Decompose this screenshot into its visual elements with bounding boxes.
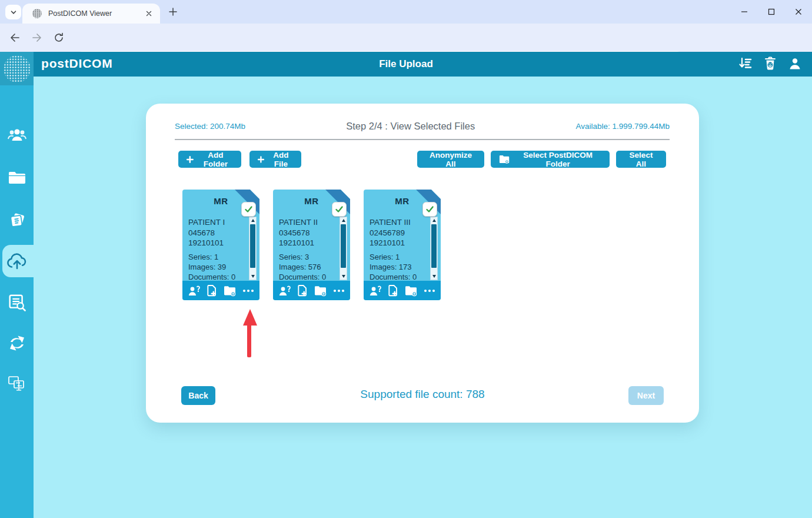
folder-icon — [8, 170, 26, 185]
select-postdicom-folder-button[interactable]: Select PostDICOM Folder — [491, 151, 610, 168]
minimize-button[interactable] — [731, 0, 758, 24]
add-folder-button[interactable]: Add Folder — [178, 151, 241, 168]
add-to-folder-icon[interactable] — [404, 285, 418, 297]
scroll-up-icon[interactable] — [340, 217, 347, 224]
sync-arrows-icon — [8, 334, 26, 352]
sidebar-item-query[interactable] — [0, 290, 34, 316]
scroll-up-icon[interactable] — [249, 217, 256, 224]
more-options-icon[interactable] — [424, 288, 435, 293]
study-date: 19210101 — [188, 238, 235, 248]
tab-close-button[interactable] — [144, 8, 154, 19]
patient-id: 0345678 — [279, 228, 326, 238]
patient-id: 02456789 — [370, 228, 417, 238]
reload-button[interactable] — [53, 32, 65, 44]
browser-tab[interactable]: PostDICOM Viewer — [22, 4, 160, 24]
back-button[interactable] — [9, 32, 21, 44]
card-actions — [273, 281, 350, 300]
card-actions — [182, 281, 259, 300]
window-controls — [731, 0, 812, 24]
sidebar-item-patients[interactable] — [0, 122, 34, 148]
anonymize-patient-icon[interactable] — [369, 285, 382, 297]
maximize-button[interactable] — [758, 0, 785, 24]
patient-name: PATIENT III — [370, 217, 417, 228]
patient-id: 045678 — [188, 228, 235, 238]
add-file-icon[interactable] — [387, 284, 399, 297]
dicom-file-card[interactable]: MR PATIENT II 0345678 19210101 Series: 3… — [273, 190, 350, 300]
user-account-icon[interactable] — [787, 56, 803, 71]
add-file-icon[interactable] — [206, 284, 218, 297]
patient-name: PATIENT II — [279, 217, 326, 228]
recycle-bin-icon[interactable] — [763, 56, 777, 71]
anonymize-all-button[interactable]: Anonymize All — [417, 151, 484, 168]
scrollbar-thumb[interactable] — [341, 224, 346, 268]
sidebar-item-folders[interactable] — [0, 165, 34, 191]
selected-check-badge[interactable] — [422, 202, 437, 217]
sidebar-item-upload[interactable] — [0, 248, 34, 274]
selected-check-badge[interactable] — [241, 202, 256, 217]
header-divider — [175, 139, 670, 140]
scroll-down-icon[interactable] — [340, 273, 347, 280]
people-group-icon — [7, 127, 27, 144]
plus-icon — [169, 8, 177, 16]
more-options-icon[interactable] — [242, 288, 254, 293]
add-file-icon[interactable] — [297, 284, 308, 297]
selected-check-badge[interactable] — [332, 202, 347, 217]
tab-search-button[interactable] — [5, 5, 21, 19]
back-arrow-icon — [9, 32, 21, 44]
check-icon — [335, 205, 344, 214]
close-window-button[interactable] — [785, 0, 812, 24]
folder-plus-icon — [499, 154, 510, 164]
annotation-arrow-shaft — [247, 324, 251, 357]
reload-icon — [53, 32, 65, 44]
sidebar-item-share-screens[interactable] — [0, 371, 34, 397]
add-to-folder-icon[interactable] — [314, 285, 328, 297]
images-count: Images: 576 — [279, 262, 326, 272]
sort-list-icon[interactable] — [738, 56, 753, 71]
dicom-file-card[interactable]: MR PATIENT I 045678 19210101 Series: 1 I… — [182, 190, 259, 300]
upload-panel: Selected: 200.74Mb Step 2/4 : View Selec… — [146, 104, 699, 423]
more-options-icon[interactable] — [333, 288, 345, 293]
tab-title: PostDICOM Viewer — [48, 9, 144, 18]
app-header: postDICOM File Upload — [0, 52, 812, 77]
card-scrollbar[interactable] — [430, 217, 438, 280]
close-icon — [146, 11, 152, 16]
maximize-icon — [768, 8, 775, 15]
plus-icon — [187, 155, 194, 164]
select-all-button[interactable]: Select All — [616, 151, 666, 168]
forward-button[interactable] — [31, 32, 43, 44]
new-tab-button[interactable] — [167, 6, 179, 18]
card-scrollbar[interactable] — [249, 217, 257, 280]
anonymize-patient-icon[interactable] — [278, 285, 291, 297]
sidebar-item-studies[interactable] — [0, 207, 34, 233]
plus-icon — [258, 155, 264, 164]
list-search-icon — [8, 293, 26, 312]
card-scrollbar[interactable] — [340, 217, 347, 280]
content-area: Selected: 200.74Mb Step 2/4 : View Selec… — [34, 77, 812, 518]
scrollbar-thumb[interactable] — [250, 224, 255, 268]
anonymize-patient-icon[interactable] — [188, 285, 201, 297]
scroll-down-icon[interactable] — [431, 273, 437, 280]
check-icon — [244, 205, 253, 214]
cloud-upload-icon — [6, 251, 28, 271]
postdicom-favicon-icon — [32, 9, 42, 18]
scroll-up-icon[interactable] — [431, 217, 437, 224]
study-date: 19210101 — [370, 238, 417, 248]
scrollbar-thumb[interactable] — [431, 224, 437, 268]
images-count: Images: 173 — [370, 262, 417, 272]
images-stack-icon — [8, 211, 26, 230]
chevron-down-icon — [10, 9, 17, 16]
dicom-file-card[interactable]: MR PATIENT III 02456789 19210101 Series:… — [364, 190, 441, 300]
sidebar-item-sync[interactable] — [0, 330, 34, 356]
forward-arrow-icon — [31, 32, 43, 44]
next-button[interactable]: Next — [628, 386, 664, 405]
sidebar — [0, 77, 34, 518]
available-size-label: Available: 1.999.799.44Mb — [575, 122, 670, 131]
series-count: Series: 3 — [279, 252, 326, 262]
documents-count: Documents: 0 — [370, 272, 417, 282]
documents-count: Documents: 0 — [188, 272, 235, 282]
postdicom-logo[interactable] — [0, 52, 34, 85]
add-to-folder-icon[interactable] — [223, 285, 237, 297]
add-file-button[interactable]: Add File — [249, 151, 301, 168]
selected-size-label: Selected: 200.74Mb — [175, 122, 245, 131]
scroll-down-icon[interactable] — [249, 273, 256, 280]
